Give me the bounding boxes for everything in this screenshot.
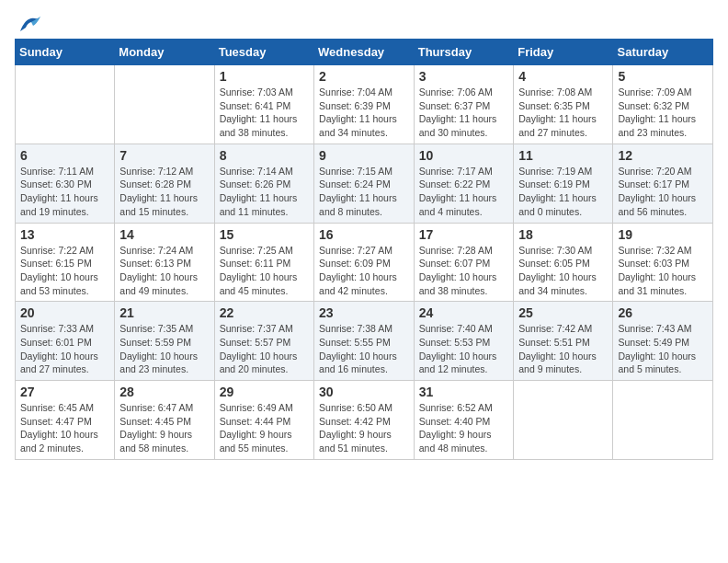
calendar-cell: 31Sunrise: 6:52 AMSunset: 4:40 PMDayligh… bbox=[414, 381, 513, 460]
calendar-cell: 19Sunrise: 7:32 AMSunset: 6:03 PMDayligh… bbox=[613, 223, 713, 302]
calendar-cell: 7Sunrise: 7:12 AMSunset: 6:28 PMDaylight… bbox=[115, 144, 214, 223]
calendar-week-row: 1Sunrise: 7:03 AMSunset: 6:41 PMDaylight… bbox=[16, 65, 713, 144]
logo bbox=[15, 15, 42, 31]
day-info: Sunrise: 7:04 AMSunset: 6:39 PMDaylight:… bbox=[319, 86, 409, 140]
calendar-cell: 20Sunrise: 7:33 AMSunset: 6:01 PMDayligh… bbox=[16, 302, 115, 381]
day-info: Sunrise: 6:52 AMSunset: 4:40 PMDaylight:… bbox=[419, 401, 508, 455]
calendar-cell: 28Sunrise: 6:47 AMSunset: 4:45 PMDayligh… bbox=[115, 381, 214, 460]
day-number: 31 bbox=[419, 385, 508, 399]
weekday-header-friday: Friday bbox=[514, 40, 613, 65]
calendar-cell: 1Sunrise: 7:03 AMSunset: 6:41 PMDaylight… bbox=[214, 65, 313, 144]
day-number: 28 bbox=[119, 385, 209, 399]
calendar-cell: 14Sunrise: 7:24 AMSunset: 6:13 PMDayligh… bbox=[115, 223, 214, 302]
calendar-cell: 17Sunrise: 7:28 AMSunset: 6:07 PMDayligh… bbox=[414, 223, 513, 302]
day-number: 20 bbox=[20, 305, 109, 320]
day-number: 29 bbox=[220, 385, 309, 399]
day-number: 16 bbox=[319, 227, 409, 242]
day-info: Sunrise: 7:37 AMSunset: 5:57 PMDaylight:… bbox=[220, 322, 309, 376]
day-number: 6 bbox=[20, 148, 109, 163]
calendar-cell bbox=[115, 65, 214, 144]
day-info: Sunrise: 7:08 AMSunset: 6:35 PMDaylight:… bbox=[518, 86, 608, 140]
day-info: Sunrise: 7:03 AMSunset: 6:41 PMDaylight:… bbox=[220, 86, 309, 140]
day-info: Sunrise: 7:09 AMSunset: 6:32 PMDaylight:… bbox=[618, 86, 708, 140]
calendar-week-row: 6Sunrise: 7:11 AMSunset: 6:30 PMDaylight… bbox=[16, 144, 713, 223]
weekday-header-saturday: Saturday bbox=[613, 40, 713, 65]
day-info: Sunrise: 7:38 AMSunset: 5:55 PMDaylight:… bbox=[319, 322, 409, 376]
calendar-week-row: 13Sunrise: 7:22 AMSunset: 6:15 PMDayligh… bbox=[16, 223, 713, 302]
calendar-cell: 25Sunrise: 7:42 AMSunset: 5:51 PMDayligh… bbox=[514, 302, 613, 381]
calendar-cell: 29Sunrise: 6:49 AMSunset: 4:44 PMDayligh… bbox=[214, 381, 313, 460]
day-number: 3 bbox=[419, 69, 508, 84]
day-info: Sunrise: 7:30 AMSunset: 6:05 PMDaylight:… bbox=[518, 244, 608, 298]
day-info: Sunrise: 7:12 AMSunset: 6:28 PMDaylight:… bbox=[119, 165, 209, 219]
calendar-cell: 24Sunrise: 7:40 AMSunset: 5:53 PMDayligh… bbox=[414, 302, 513, 381]
day-info: Sunrise: 7:15 AMSunset: 6:24 PMDaylight:… bbox=[319, 165, 409, 219]
page-header bbox=[15, 15, 713, 31]
day-number: 5 bbox=[618, 69, 708, 84]
day-number: 13 bbox=[20, 227, 109, 242]
logo-bird-icon bbox=[17, 15, 42, 35]
day-info: Sunrise: 7:14 AMSunset: 6:26 PMDaylight:… bbox=[220, 165, 309, 219]
calendar-cell: 22Sunrise: 7:37 AMSunset: 5:57 PMDayligh… bbox=[214, 302, 313, 381]
day-number: 21 bbox=[119, 305, 209, 320]
day-number: 26 bbox=[618, 305, 708, 320]
day-info: Sunrise: 6:47 AMSunset: 4:45 PMDaylight:… bbox=[119, 401, 209, 455]
calendar-cell: 4Sunrise: 7:08 AMSunset: 6:35 PMDaylight… bbox=[514, 65, 613, 144]
day-info: Sunrise: 7:27 AMSunset: 6:09 PMDaylight:… bbox=[319, 244, 409, 298]
calendar-cell: 8Sunrise: 7:14 AMSunset: 6:26 PMDaylight… bbox=[214, 144, 313, 223]
day-number: 19 bbox=[618, 227, 708, 242]
day-number: 12 bbox=[618, 148, 708, 163]
day-info: Sunrise: 7:20 AMSunset: 6:17 PMDaylight:… bbox=[618, 165, 708, 219]
calendar-cell: 21Sunrise: 7:35 AMSunset: 5:59 PMDayligh… bbox=[115, 302, 214, 381]
day-info: Sunrise: 6:50 AMSunset: 4:42 PMDaylight:… bbox=[319, 401, 409, 455]
day-number: 30 bbox=[319, 385, 409, 399]
day-info: Sunrise: 6:49 AMSunset: 4:44 PMDaylight:… bbox=[220, 401, 309, 455]
calendar-cell: 2Sunrise: 7:04 AMSunset: 6:39 PMDaylight… bbox=[314, 65, 415, 144]
calendar-cell: 18Sunrise: 7:30 AMSunset: 6:05 PMDayligh… bbox=[514, 223, 613, 302]
calendar-cell bbox=[16, 65, 115, 144]
calendar-cell: 15Sunrise: 7:25 AMSunset: 6:11 PMDayligh… bbox=[214, 223, 313, 302]
day-info: Sunrise: 7:42 AMSunset: 5:51 PMDaylight:… bbox=[518, 322, 608, 376]
day-number: 14 bbox=[119, 227, 209, 242]
day-number: 24 bbox=[419, 305, 508, 320]
calendar-cell: 23Sunrise: 7:38 AMSunset: 5:55 PMDayligh… bbox=[314, 302, 415, 381]
day-info: Sunrise: 7:22 AMSunset: 6:15 PMDaylight:… bbox=[20, 244, 109, 298]
day-number: 4 bbox=[518, 69, 608, 84]
weekday-header-row: SundayMondayTuesdayWednesdayThursdayFrid… bbox=[16, 40, 713, 65]
day-info: Sunrise: 7:35 AMSunset: 5:59 PMDaylight:… bbox=[119, 322, 209, 376]
day-info: Sunrise: 7:06 AMSunset: 6:37 PMDaylight:… bbox=[419, 86, 508, 140]
calendar-cell: 3Sunrise: 7:06 AMSunset: 6:37 PMDaylight… bbox=[414, 65, 513, 144]
calendar-cell: 16Sunrise: 7:27 AMSunset: 6:09 PMDayligh… bbox=[314, 223, 415, 302]
calendar-week-row: 27Sunrise: 6:45 AMSunset: 4:47 PMDayligh… bbox=[16, 381, 713, 460]
day-info: Sunrise: 7:28 AMSunset: 6:07 PMDaylight:… bbox=[419, 244, 508, 298]
day-info: Sunrise: 7:40 AMSunset: 5:53 PMDaylight:… bbox=[419, 322, 508, 376]
day-info: Sunrise: 7:24 AMSunset: 6:13 PMDaylight:… bbox=[119, 244, 209, 298]
day-info: Sunrise: 7:33 AMSunset: 6:01 PMDaylight:… bbox=[20, 322, 109, 376]
day-number: 27 bbox=[20, 385, 109, 399]
calendar-cell bbox=[613, 381, 713, 460]
calendar-cell: 11Sunrise: 7:19 AMSunset: 6:19 PMDayligh… bbox=[514, 144, 613, 223]
calendar-cell: 9Sunrise: 7:15 AMSunset: 6:24 PMDaylight… bbox=[314, 144, 415, 223]
weekday-header-thursday: Thursday bbox=[414, 40, 513, 65]
day-number: 11 bbox=[518, 148, 608, 163]
calendar-cell: 5Sunrise: 7:09 AMSunset: 6:32 PMDaylight… bbox=[613, 65, 713, 144]
day-info: Sunrise: 7:43 AMSunset: 5:49 PMDaylight:… bbox=[618, 322, 708, 376]
day-number: 22 bbox=[220, 305, 309, 320]
day-number: 10 bbox=[419, 148, 508, 163]
day-number: 8 bbox=[220, 148, 309, 163]
day-info: Sunrise: 7:25 AMSunset: 6:11 PMDaylight:… bbox=[220, 244, 309, 298]
weekday-header-tuesday: Tuesday bbox=[214, 40, 313, 65]
day-number: 9 bbox=[319, 148, 409, 163]
day-info: Sunrise: 7:11 AMSunset: 6:30 PMDaylight:… bbox=[20, 165, 109, 219]
calendar-cell: 27Sunrise: 6:45 AMSunset: 4:47 PMDayligh… bbox=[16, 381, 115, 460]
weekday-header-sunday: Sunday bbox=[16, 40, 115, 65]
calendar-cell: 10Sunrise: 7:17 AMSunset: 6:22 PMDayligh… bbox=[414, 144, 513, 223]
day-number: 17 bbox=[419, 227, 508, 242]
calendar-cell: 26Sunrise: 7:43 AMSunset: 5:49 PMDayligh… bbox=[613, 302, 713, 381]
calendar-cell: 12Sunrise: 7:20 AMSunset: 6:17 PMDayligh… bbox=[613, 144, 713, 223]
weekday-header-wednesday: Wednesday bbox=[314, 40, 415, 65]
day-info: Sunrise: 6:45 AMSunset: 4:47 PMDaylight:… bbox=[20, 401, 109, 455]
day-info: Sunrise: 7:17 AMSunset: 6:22 PMDaylight:… bbox=[419, 165, 508, 219]
day-number: 18 bbox=[518, 227, 608, 242]
weekday-header-monday: Monday bbox=[115, 40, 214, 65]
